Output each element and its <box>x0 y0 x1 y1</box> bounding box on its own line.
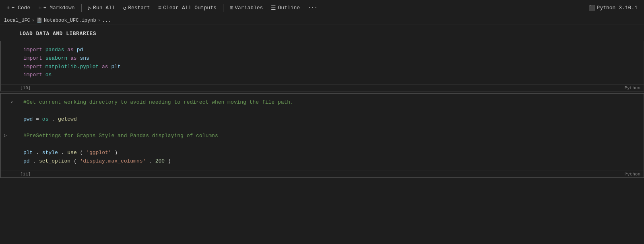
cell-1-footer: [10] Python <box>1 84 644 91</box>
breadcrumb-notebook-icon: 📓 <box>36 17 42 23</box>
clear-all-outputs-label: Clear All Outputs <box>163 5 217 11</box>
add-code-label: + Code <box>11 5 30 11</box>
code-line-plt: plt . style . use ( 'ggplot' ) <box>23 149 637 157</box>
more-label: ··· <box>308 5 317 11</box>
cell-2-execution-count: [11] <box>20 172 31 177</box>
restart-label: Restart <box>128 5 150 11</box>
run-all-button[interactable]: ▷ Run All <box>85 3 118 13</box>
run-all-icon: ▷ <box>88 4 91 11</box>
variables-label: Variables <box>235 5 263 11</box>
outline-label: Outline <box>278 5 300 11</box>
cell-2: ▷ ∨ #Get current working directory to av… <box>0 93 644 177</box>
variables-icon: ⊞ <box>230 4 233 11</box>
cell-2-content[interactable]: #Get current working directory to avoid … <box>20 94 644 170</box>
breadcrumb: local_UFC › 📓 Notebook_UFC.ipynb › ... <box>0 16 644 25</box>
breadcrumb-sep-1: › <box>32 18 35 23</box>
cell-1: import pandas as pd import seaborn as sn… <box>0 41 644 92</box>
run-all-label: Run All <box>93 5 115 11</box>
variables-button[interactable]: ⊞ Variables <box>227 3 266 13</box>
code-line-3: import matplotlib.pyplot as plt <box>23 63 637 71</box>
code-line-pd: pd . set_option ( 'display.max_columns' … <box>23 157 637 166</box>
code-line-2: import seaborn as sns <box>23 54 637 63</box>
outline-icon: ☰ <box>271 4 276 11</box>
code-line-4: import os <box>23 71 637 79</box>
cell-1-lang: Python <box>624 86 640 90</box>
run-icon: ▷ <box>4 133 7 138</box>
python-version-label: Python 3.10.1 <box>597 5 638 11</box>
restart-icon: ↺ <box>123 4 126 11</box>
code-line-1: import pandas as pd <box>23 46 637 54</box>
outline-button[interactable]: ☰ Outline <box>268 3 303 13</box>
add-markdown-button[interactable]: + + Markdown <box>35 3 78 13</box>
cell-1-execution-count: [10] <box>20 86 31 90</box>
chevron-down-icon: ∨ <box>10 100 13 104</box>
add-code-button[interactable]: + + Code <box>3 3 33 13</box>
code-blank-3 <box>23 140 637 149</box>
code-comment-2: #PreSettings for Graphs Style and Pandas… <box>23 132 637 140</box>
cells-container: import pandas as pd import seaborn as sn… <box>0 41 644 178</box>
plus-icon-md: + <box>38 5 41 11</box>
clear-icon: ≡ <box>158 5 161 11</box>
add-markdown-label: + Markdown <box>43 5 75 11</box>
cell-1-content[interactable]: import pandas as pd import seaborn as sn… <box>20 41 644 84</box>
code-line-pwd: pwd = os . getcwd <box>23 115 637 124</box>
kernel-icon: ⬛ <box>589 5 595 11</box>
section-heading: LOAD DATA AND LIBRARIES <box>0 25 644 41</box>
code-comment-1: #Get current working directory to avoid … <box>23 98 637 107</box>
toolbar: + + Code + + Markdown ▷ Run All ↺ Restar… <box>0 0 644 16</box>
breadcrumb-notebook[interactable]: Notebook_UFC.ipynb <box>44 18 96 23</box>
cell-2-collapse[interactable]: ∨ <box>9 99 14 105</box>
cell-2-run-button[interactable]: ▷ <box>2 131 10 140</box>
breadcrumb-local[interactable]: local_UFC <box>4 18 30 23</box>
kernel-indicator: ⬛ Python 3.10.1 <box>586 3 641 13</box>
clear-all-outputs-button[interactable]: ≡ Clear All Outputs <box>155 3 220 13</box>
separator-2 <box>223 4 223 12</box>
plus-icon: + <box>6 5 10 11</box>
restart-button[interactable]: ↺ Restart <box>120 3 153 13</box>
code-blank-1 <box>23 107 637 115</box>
more-button[interactable]: ··· <box>305 3 320 13</box>
breadcrumb-sep-2: › <box>98 18 101 23</box>
cell-2-footer: [11] Python <box>1 171 644 177</box>
separator-1 <box>81 4 82 12</box>
breadcrumb-more[interactable]: ... <box>102 18 111 23</box>
code-blank-2 <box>23 124 637 132</box>
cell-2-lang: Python <box>624 172 640 177</box>
